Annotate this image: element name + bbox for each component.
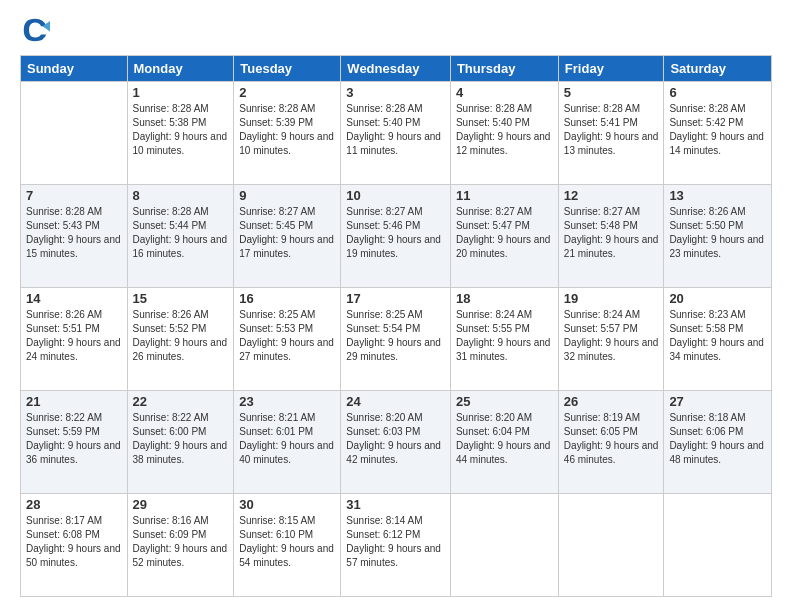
day-number: 21	[26, 394, 122, 409]
weekday-thursday: Thursday	[450, 56, 558, 82]
day-info: Sunrise: 8:18 AMSunset: 6:06 PMDaylight:…	[669, 411, 766, 467]
calendar-cell: 23Sunrise: 8:21 AMSunset: 6:01 PMDayligh…	[234, 391, 341, 494]
calendar-cell: 25Sunrise: 8:20 AMSunset: 6:04 PMDayligh…	[450, 391, 558, 494]
day-number: 29	[133, 497, 229, 512]
day-info: Sunrise: 8:22 AMSunset: 5:59 PMDaylight:…	[26, 411, 122, 467]
header	[20, 15, 772, 45]
calendar-cell: 28Sunrise: 8:17 AMSunset: 6:08 PMDayligh…	[21, 494, 128, 597]
week-row-1: 1Sunrise: 8:28 AMSunset: 5:38 PMDaylight…	[21, 82, 772, 185]
week-row-2: 7Sunrise: 8:28 AMSunset: 5:43 PMDaylight…	[21, 185, 772, 288]
day-number: 24	[346, 394, 445, 409]
day-number: 16	[239, 291, 335, 306]
day-number: 28	[26, 497, 122, 512]
day-info: Sunrise: 8:27 AMSunset: 5:48 PMDaylight:…	[564, 205, 659, 261]
calendar-cell: 29Sunrise: 8:16 AMSunset: 6:09 PMDayligh…	[127, 494, 234, 597]
week-row-4: 21Sunrise: 8:22 AMSunset: 5:59 PMDayligh…	[21, 391, 772, 494]
weekday-saturday: Saturday	[664, 56, 772, 82]
day-info: Sunrise: 8:25 AMSunset: 5:54 PMDaylight:…	[346, 308, 445, 364]
calendar-cell: 22Sunrise: 8:22 AMSunset: 6:00 PMDayligh…	[127, 391, 234, 494]
day-number: 7	[26, 188, 122, 203]
calendar-cell: 4Sunrise: 8:28 AMSunset: 5:40 PMDaylight…	[450, 82, 558, 185]
day-number: 2	[239, 85, 335, 100]
calendar-table: SundayMondayTuesdayWednesdayThursdayFrid…	[20, 55, 772, 597]
day-number: 26	[564, 394, 659, 409]
calendar-cell: 11Sunrise: 8:27 AMSunset: 5:47 PMDayligh…	[450, 185, 558, 288]
day-number: 20	[669, 291, 766, 306]
calendar-cell: 7Sunrise: 8:28 AMSunset: 5:43 PMDaylight…	[21, 185, 128, 288]
calendar-cell: 26Sunrise: 8:19 AMSunset: 6:05 PMDayligh…	[558, 391, 664, 494]
day-info: Sunrise: 8:15 AMSunset: 6:10 PMDaylight:…	[239, 514, 335, 570]
day-number: 4	[456, 85, 553, 100]
calendar-cell: 19Sunrise: 8:24 AMSunset: 5:57 PMDayligh…	[558, 288, 664, 391]
day-number: 11	[456, 188, 553, 203]
weekday-monday: Monday	[127, 56, 234, 82]
calendar-cell: 18Sunrise: 8:24 AMSunset: 5:55 PMDayligh…	[450, 288, 558, 391]
week-row-3: 14Sunrise: 8:26 AMSunset: 5:51 PMDayligh…	[21, 288, 772, 391]
logo	[20, 15, 54, 45]
day-number: 14	[26, 291, 122, 306]
day-info: Sunrise: 8:28 AMSunset: 5:43 PMDaylight:…	[26, 205, 122, 261]
day-info: Sunrise: 8:28 AMSunset: 5:39 PMDaylight:…	[239, 102, 335, 158]
calendar-cell: 30Sunrise: 8:15 AMSunset: 6:10 PMDayligh…	[234, 494, 341, 597]
day-number: 19	[564, 291, 659, 306]
day-number: 18	[456, 291, 553, 306]
day-info: Sunrise: 8:14 AMSunset: 6:12 PMDaylight:…	[346, 514, 445, 570]
day-info: Sunrise: 8:24 AMSunset: 5:57 PMDaylight:…	[564, 308, 659, 364]
calendar-cell: 2Sunrise: 8:28 AMSunset: 5:39 PMDaylight…	[234, 82, 341, 185]
calendar-cell: 20Sunrise: 8:23 AMSunset: 5:58 PMDayligh…	[664, 288, 772, 391]
day-number: 30	[239, 497, 335, 512]
calendar-cell	[664, 494, 772, 597]
day-number: 17	[346, 291, 445, 306]
day-info: Sunrise: 8:19 AMSunset: 6:05 PMDaylight:…	[564, 411, 659, 467]
day-info: Sunrise: 8:22 AMSunset: 6:00 PMDaylight:…	[133, 411, 229, 467]
day-number: 25	[456, 394, 553, 409]
page: SundayMondayTuesdayWednesdayThursdayFrid…	[0, 0, 792, 612]
calendar-cell: 15Sunrise: 8:26 AMSunset: 5:52 PMDayligh…	[127, 288, 234, 391]
calendar-cell: 16Sunrise: 8:25 AMSunset: 5:53 PMDayligh…	[234, 288, 341, 391]
calendar-cell: 24Sunrise: 8:20 AMSunset: 6:03 PMDayligh…	[341, 391, 451, 494]
day-info: Sunrise: 8:27 AMSunset: 5:46 PMDaylight:…	[346, 205, 445, 261]
day-number: 13	[669, 188, 766, 203]
calendar-cell	[558, 494, 664, 597]
logo-icon	[20, 15, 50, 45]
day-info: Sunrise: 8:17 AMSunset: 6:08 PMDaylight:…	[26, 514, 122, 570]
day-number: 23	[239, 394, 335, 409]
day-info: Sunrise: 8:28 AMSunset: 5:40 PMDaylight:…	[456, 102, 553, 158]
day-info: Sunrise: 8:20 AMSunset: 6:03 PMDaylight:…	[346, 411, 445, 467]
calendar-cell: 17Sunrise: 8:25 AMSunset: 5:54 PMDayligh…	[341, 288, 451, 391]
calendar-cell: 6Sunrise: 8:28 AMSunset: 5:42 PMDaylight…	[664, 82, 772, 185]
day-info: Sunrise: 8:25 AMSunset: 5:53 PMDaylight:…	[239, 308, 335, 364]
day-info: Sunrise: 8:27 AMSunset: 5:47 PMDaylight:…	[456, 205, 553, 261]
day-number: 10	[346, 188, 445, 203]
weekday-tuesday: Tuesday	[234, 56, 341, 82]
day-number: 9	[239, 188, 335, 203]
day-info: Sunrise: 8:23 AMSunset: 5:58 PMDaylight:…	[669, 308, 766, 364]
calendar-cell: 14Sunrise: 8:26 AMSunset: 5:51 PMDayligh…	[21, 288, 128, 391]
day-number: 5	[564, 85, 659, 100]
calendar-cell: 10Sunrise: 8:27 AMSunset: 5:46 PMDayligh…	[341, 185, 451, 288]
weekday-sunday: Sunday	[21, 56, 128, 82]
day-info: Sunrise: 8:20 AMSunset: 6:04 PMDaylight:…	[456, 411, 553, 467]
day-number: 6	[669, 85, 766, 100]
day-number: 8	[133, 188, 229, 203]
day-info: Sunrise: 8:28 AMSunset: 5:40 PMDaylight:…	[346, 102, 445, 158]
day-info: Sunrise: 8:24 AMSunset: 5:55 PMDaylight:…	[456, 308, 553, 364]
day-number: 15	[133, 291, 229, 306]
day-number: 1	[133, 85, 229, 100]
day-info: Sunrise: 8:28 AMSunset: 5:38 PMDaylight:…	[133, 102, 229, 158]
calendar-cell: 31Sunrise: 8:14 AMSunset: 6:12 PMDayligh…	[341, 494, 451, 597]
day-info: Sunrise: 8:26 AMSunset: 5:52 PMDaylight:…	[133, 308, 229, 364]
calendar-cell	[21, 82, 128, 185]
calendar-cell: 9Sunrise: 8:27 AMSunset: 5:45 PMDaylight…	[234, 185, 341, 288]
day-number: 12	[564, 188, 659, 203]
weekday-header-row: SundayMondayTuesdayWednesdayThursdayFrid…	[21, 56, 772, 82]
calendar-cell: 13Sunrise: 8:26 AMSunset: 5:50 PMDayligh…	[664, 185, 772, 288]
day-number: 27	[669, 394, 766, 409]
calendar-cell: 5Sunrise: 8:28 AMSunset: 5:41 PMDaylight…	[558, 82, 664, 185]
calendar-cell: 21Sunrise: 8:22 AMSunset: 5:59 PMDayligh…	[21, 391, 128, 494]
day-info: Sunrise: 8:28 AMSunset: 5:42 PMDaylight:…	[669, 102, 766, 158]
day-info: Sunrise: 8:26 AMSunset: 5:50 PMDaylight:…	[669, 205, 766, 261]
day-info: Sunrise: 8:27 AMSunset: 5:45 PMDaylight:…	[239, 205, 335, 261]
calendar-cell: 3Sunrise: 8:28 AMSunset: 5:40 PMDaylight…	[341, 82, 451, 185]
calendar-cell	[450, 494, 558, 597]
